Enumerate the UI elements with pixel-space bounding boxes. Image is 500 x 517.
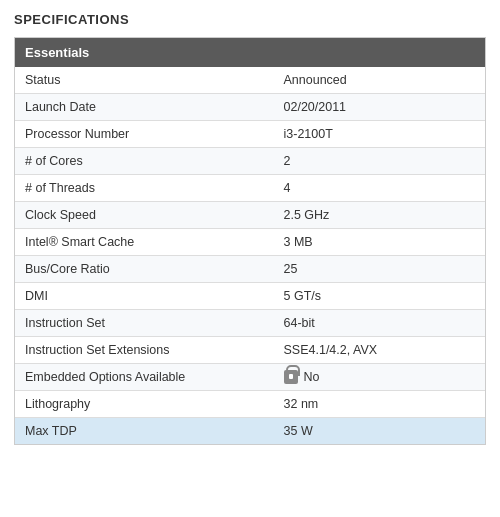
spec-label: # of Cores bbox=[15, 148, 274, 174]
spec-value: 5 GT/s bbox=[274, 283, 486, 309]
spec-label: Lithography bbox=[15, 391, 274, 417]
spec-value: 2 bbox=[274, 148, 486, 174]
spec-value: 64-bit bbox=[274, 310, 486, 336]
spec-value-text: 2 bbox=[284, 154, 291, 168]
spec-label: Clock Speed bbox=[15, 202, 274, 228]
spec-label: Instruction Set bbox=[15, 310, 274, 336]
spec-value: 25 bbox=[274, 256, 486, 282]
page-title: SPECIFICATIONS bbox=[14, 12, 486, 27]
spec-value-text: 3 MB bbox=[284, 235, 313, 249]
spec-value: SSE4.1/4.2, AVX bbox=[274, 337, 486, 363]
table-row: Bus/Core Ratio25 bbox=[15, 256, 485, 283]
lock-icon[interactable] bbox=[284, 370, 298, 384]
spec-value: 02/20/2011 bbox=[274, 94, 486, 120]
spec-value-text: i3-2100T bbox=[284, 127, 333, 141]
page-container: SPECIFICATIONS Essentials StatusAnnounce… bbox=[0, 0, 500, 459]
spec-value-text: 32 nm bbox=[284, 397, 319, 411]
spec-value: 35 W bbox=[274, 418, 486, 444]
table-row: Instruction Set64-bit bbox=[15, 310, 485, 337]
specs-table-wrapper: Essentials StatusAnnouncedLaunch Date02/… bbox=[14, 37, 486, 445]
spec-label: Embedded Options Available bbox=[15, 364, 274, 390]
spec-value: 2.5 GHz bbox=[274, 202, 486, 228]
table-row: Launch Date02/20/2011 bbox=[15, 94, 485, 121]
spec-label: Instruction Set Extensions bbox=[15, 337, 274, 363]
spec-value: Announced bbox=[274, 67, 486, 93]
spec-label: Processor Number bbox=[15, 121, 274, 147]
spec-value: 3 MB bbox=[274, 229, 486, 255]
rows-container: StatusAnnouncedLaunch Date02/20/2011Proc… bbox=[15, 67, 485, 444]
spec-label: Max TDP bbox=[15, 418, 274, 444]
table-row: # of Cores2 bbox=[15, 148, 485, 175]
spec-value-text: SSE4.1/4.2, AVX bbox=[284, 343, 378, 357]
spec-label: Bus/Core Ratio bbox=[15, 256, 274, 282]
table-row: # of Threads4 bbox=[15, 175, 485, 202]
table-row: Lithography32 nm bbox=[15, 391, 485, 418]
spec-value: No bbox=[274, 364, 486, 390]
table-row: Processor Numberi3-2100T bbox=[15, 121, 485, 148]
table-row: Clock Speed2.5 GHz bbox=[15, 202, 485, 229]
spec-value-text: 02/20/2011 bbox=[284, 100, 347, 114]
spec-value-text: 64-bit bbox=[284, 316, 315, 330]
spec-label: Status bbox=[15, 67, 274, 93]
spec-value: 4 bbox=[274, 175, 486, 201]
spec-label: DMI bbox=[15, 283, 274, 309]
spec-value-text: 25 bbox=[284, 262, 298, 276]
table-row: Instruction Set ExtensionsSSE4.1/4.2, AV… bbox=[15, 337, 485, 364]
spec-value: i3-2100T bbox=[274, 121, 486, 147]
table-row: Intel® Smart Cache3 MB bbox=[15, 229, 485, 256]
section-header: Essentials bbox=[15, 38, 485, 67]
spec-value: 32 nm bbox=[274, 391, 486, 417]
spec-value-text: Announced bbox=[284, 73, 347, 87]
spec-label: # of Threads bbox=[15, 175, 274, 201]
table-row: DMI5 GT/s bbox=[15, 283, 485, 310]
spec-value-text: No bbox=[304, 370, 320, 384]
spec-value-text: 5 GT/s bbox=[284, 289, 322, 303]
table-row: Max TDP35 W bbox=[15, 418, 485, 444]
spec-label: Launch Date bbox=[15, 94, 274, 120]
table-row: Embedded Options AvailableNo bbox=[15, 364, 485, 391]
table-row: StatusAnnounced bbox=[15, 67, 485, 94]
spec-value-text: 4 bbox=[284, 181, 291, 195]
spec-value-text: 2.5 GHz bbox=[284, 208, 330, 222]
spec-value-text: 35 W bbox=[284, 424, 313, 438]
spec-label: Intel® Smart Cache bbox=[15, 229, 274, 255]
